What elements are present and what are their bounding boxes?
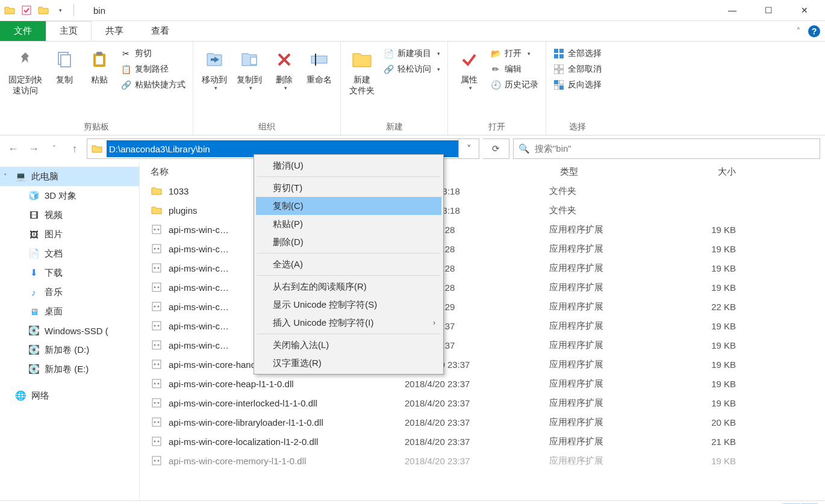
table-row[interactable]: api-ms-win-core-libraryloader-l1-1-0.dll… (140, 412, 825, 432)
qat-new-folder-icon[interactable] (36, 3, 51, 17)
new-item-button[interactable]: 📄新建项目 (379, 46, 444, 61)
table-row[interactable]: api-ms-win-core-heap-l1-1-0.dll2018/4/20… (140, 374, 825, 393)
qat-dropdown-icon[interactable]: ▾ (53, 3, 67, 17)
table-row[interactable]: api-ms-win-c…8/4/20 23:37应用程序扩展19 KB (140, 316, 825, 335)
move-to-button[interactable]: 移动到 (197, 45, 232, 91)
table-row[interactable]: api-ms-win-c…8/4/20 23:28应用程序扩展19 KB (140, 278, 825, 297)
collapse-ribbon-icon[interactable]: ˄ (796, 26, 801, 37)
select-all-button[interactable]: 全部选择 (550, 46, 605, 61)
table-row[interactable]: api-ms-win-core-localization-l1-2-0.dll2… (140, 432, 825, 451)
sidebar-item-vol-e[interactable]: 💽新加卷 (E:) (0, 359, 139, 379)
ctx-rtl[interactable]: 从右到左的阅读顺序(R) (256, 278, 441, 296)
select-group-label: 选择 (550, 120, 605, 135)
sidebar-item-music[interactable]: ♪音乐 (0, 282, 139, 302)
edit-button[interactable]: ✏编辑 (487, 62, 542, 76)
help-icon[interactable]: ? (808, 25, 820, 37)
status-bar: 390 个项目 ☰ ▦ (0, 500, 825, 504)
table-row[interactable]: api-ms-win-c…8/4/20 23:29应用程序扩展22 KB (140, 297, 825, 316)
svg-point-34 (154, 306, 156, 308)
file-size: 19 KB (676, 456, 748, 466)
ctx-paste[interactable]: 粘贴(P) (256, 215, 441, 233)
sidebar-item-videos[interactable]: 🎞视频 (0, 205, 139, 225)
col-size[interactable]: 大小 (676, 166, 748, 178)
search-box[interactable]: 🔍 搜索"bin" (513, 138, 820, 159)
ctx-undo[interactable]: 撤消(U) (256, 157, 441, 175)
table-row[interactable]: 103321/8/11 23:18文件夹 (140, 181, 825, 201)
paste-button[interactable]: 粘贴 (82, 45, 117, 85)
ctx-show-unicode[interactable]: 显示 Unicode 控制字符(S) (256, 296, 441, 314)
svg-point-37 (154, 325, 156, 327)
ctx-cut[interactable]: 剪切(T) (256, 179, 441, 197)
cut-button[interactable]: ✂剪切 (117, 46, 189, 61)
copy-path-button[interactable]: 📋复制路径 (117, 62, 189, 76)
tab-home[interactable]: 主页 (46, 21, 92, 41)
download-icon: ⬇ (28, 267, 40, 279)
table-row[interactable]: api-ms-win-c…8/4/20 23:28应用程序扩展19 KB (140, 220, 825, 239)
dll-icon (151, 358, 163, 370)
col-type[interactable]: 类型 (549, 166, 676, 178)
ctx-copy[interactable]: 复制(C) (256, 197, 441, 215)
picture-icon: 🖼 (28, 228, 40, 240)
table-row[interactable]: api-ms-win-core-handle-l1-1-0.dll2018/4/… (140, 355, 825, 374)
ctx-close-ime[interactable]: 关闭输入法(L) (256, 336, 441, 354)
tab-view[interactable]: 查看 (137, 21, 183, 41)
new-folder-button[interactable]: 新建 文件夹 (344, 45, 379, 96)
select-none-label: 全部取消 (568, 64, 602, 75)
select-none-button[interactable]: 全部取消 (550, 62, 605, 76)
rename-button[interactable]: 重命名 (302, 45, 337, 85)
ctx-insert-unicode[interactable]: 插入 Unicode 控制字符(I)› (256, 314, 441, 332)
address-dropdown-button[interactable]: ˅ (458, 139, 479, 158)
easy-access-button[interactable]: 🔗轻松访问 (379, 62, 444, 76)
sidebar-item-pictures[interactable]: 🖼图片 (0, 225, 139, 244)
nav-forward-button[interactable]: → (25, 140, 42, 157)
tab-share[interactable]: 共享 (92, 21, 137, 41)
table-row[interactable]: api-ms-win-c…8/4/20 23:28应用程序扩展19 KB (140, 258, 825, 278)
sidebar-item-3d-objects[interactable]: 🧊3D 对象 (0, 186, 139, 205)
qat-properties-icon[interactable] (19, 3, 34, 17)
sidebar-item-this-pc[interactable]: ˅💻此电脑 (0, 167, 139, 186)
sidebar-item-downloads[interactable]: ⬇下载 (0, 263, 139, 282)
file-list[interactable]: 名称 改日期 类型 大小 103321/8/11 23:18文件夹plugins… (140, 162, 825, 500)
navigation-pane[interactable]: ˅💻此电脑 🧊3D 对象 🎞视频 🖼图片 📄文档 ⬇下载 ♪音乐 🖥桌面 💽Wi… (0, 162, 140, 500)
properties-button[interactable]: 属性 (452, 45, 487, 91)
nav-history-button[interactable]: ˅ (46, 140, 63, 157)
file-type: 应用程序扩展 (549, 282, 676, 293)
history-button[interactable]: 🕘历史记录 (487, 78, 542, 92)
svg-rect-51 (152, 418, 161, 426)
sidebar-item-desktop[interactable]: 🖥桌面 (0, 302, 139, 321)
copy-button[interactable]: 复制 (47, 45, 82, 85)
table-row[interactable]: plugins21/8/11 23:18文件夹 (140, 201, 825, 220)
table-row[interactable]: api-ms-win-c…8/4/20 23:37应用程序扩展19 KB (140, 335, 825, 355)
pin-button[interactable]: 固定到快 速访问 (4, 45, 47, 96)
maximize-button[interactable]: ☐ (750, 0, 786, 21)
sidebar-label: 新加卷 (E:) (45, 364, 89, 375)
sidebar-item-vol-d[interactable]: 💽新加卷 (D:) (0, 340, 139, 359)
sidebar-item-documents[interactable]: 📄文档 (0, 244, 139, 263)
paste-shortcut-button[interactable]: 🔗粘贴快捷方式 (117, 78, 189, 92)
table-row[interactable]: api-ms-win-c…8/4/20 23:28应用程序扩展19 KB (140, 239, 825, 258)
table-row[interactable]: api-ms-win-core-memory-l1-1-0.dll2018/4/… (140, 451, 825, 470)
close-button[interactable]: ✕ (786, 0, 823, 21)
chevron-down-icon[interactable]: ˅ (4, 173, 7, 181)
file-size: 19 KB (676, 321, 748, 331)
sidebar-item-network[interactable]: 🌐网络 (0, 386, 139, 405)
column-headers: 名称 改日期 类型 大小 (140, 162, 825, 181)
nav-up-button[interactable]: ↑ (66, 140, 83, 157)
table-row[interactable]: api-ms-win-core-interlocked-l1-1-0.dll20… (140, 393, 825, 412)
open-button[interactable]: 📂打开 (487, 46, 542, 61)
rename-label: 重命名 (307, 74, 332, 85)
ctx-select-all[interactable]: 全选(A) (256, 255, 441, 273)
delete-button[interactable]: 删除 (267, 45, 302, 91)
minimize-button[interactable]: — (714, 0, 750, 21)
drive-icon: 💽 (28, 325, 40, 337)
copy-to-button[interactable]: 复制到 (232, 45, 267, 91)
tab-file[interactable]: 文件 (0, 21, 46, 41)
ctx-delete[interactable]: 删除(D) (256, 233, 441, 251)
ctx-hanzi[interactable]: 汉字重选(R) (256, 354, 441, 372)
invert-selection-button[interactable]: 反向选择 (550, 78, 605, 92)
sidebar-item-ssd[interactable]: 💽Windows-SSD ( (0, 321, 139, 340)
refresh-button[interactable]: ⟳ (483, 138, 509, 159)
nav-back-button[interactable]: ← (5, 140, 22, 157)
properties-label: 属性 (461, 74, 478, 85)
music-icon: ♪ (28, 286, 40, 298)
